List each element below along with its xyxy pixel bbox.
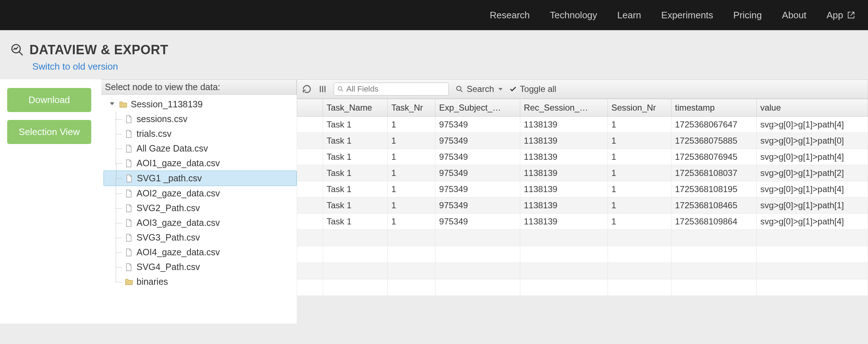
- collapse-icon[interactable]: [110, 102, 114, 107]
- column-header[interactable]: timestamp: [671, 99, 756, 117]
- table-cell: 1: [608, 181, 671, 197]
- column-header[interactable]: Rec_Session_…: [520, 99, 608, 117]
- external-link-icon: [847, 11, 855, 19]
- nav-app[interactable]: App: [827, 10, 855, 21]
- table-cell-empty: [608, 279, 671, 296]
- table-cell: 975349: [435, 133, 520, 149]
- table-row[interactable]: Task 11975349113813911725368076945svg>g[…: [297, 149, 868, 165]
- row-selector-header[interactable]: [297, 99, 323, 117]
- file-icon: [124, 248, 134, 257]
- nav-learn[interactable]: Learn: [617, 10, 641, 21]
- table-row[interactable]: Task 11975349113813911725368108037svg>g[…: [297, 165, 868, 181]
- row-selector-cell[interactable]: [297, 117, 323, 133]
- tree-node[interactable]: AOI2_gaze_data.csv: [103, 186, 297, 201]
- tree-node[interactable]: SVG1 _path.csv: [103, 171, 297, 186]
- table-cell: svg>g[0]>g[1]>path[4]: [757, 214, 868, 230]
- column-header[interactable]: Task_Name: [323, 99, 388, 117]
- tree-node-label: binaries: [137, 276, 168, 287]
- tree-node-label: AOI1_gaze_data.csv: [137, 158, 220, 168]
- tree-node[interactable]: AOI3_gaze_data.csv: [103, 215, 297, 230]
- row-selector-cell[interactable]: [297, 214, 323, 230]
- column-header[interactable]: Task_Nr: [388, 99, 435, 117]
- table-cell: 975349: [435, 117, 520, 133]
- table-cell: Task 1: [323, 149, 388, 165]
- file-icon: [124, 218, 134, 228]
- table-cell-empty: [608, 263, 671, 279]
- table-body: Task 11975349113813911725368067647svg>g[…: [297, 117, 868, 296]
- magnifier-chart-icon: [10, 43, 24, 57]
- table-cell: svg>g[0]>g[1]>path[4]: [757, 181, 868, 197]
- tree-root-node[interactable]: Session_1138139: [103, 97, 297, 112]
- table-cell: svg>g[0]>g[1]>path[1]: [757, 197, 868, 214]
- search-box[interactable]: [334, 83, 449, 96]
- table-cell-empty: [757, 230, 868, 246]
- selection-view-button[interactable]: Selection View: [7, 120, 91, 144]
- nav-about[interactable]: About: [782, 10, 807, 21]
- row-selector-cell[interactable]: [297, 197, 323, 214]
- table-cell: 1138139: [520, 133, 608, 149]
- tree-node[interactable]: All Gaze Data.csv: [103, 141, 297, 156]
- page-title-text: DATAVIEW & EXPORT: [29, 42, 168, 57]
- download-button[interactable]: Download: [7, 88, 91, 112]
- column-header[interactable]: Session_Nr: [608, 99, 671, 117]
- nav-app-label: App: [827, 10, 843, 20]
- grid-toolbar: Search Toggle all: [297, 79, 868, 99]
- table-cell-empty: [671, 246, 756, 263]
- table-cell: Task 1: [323, 197, 388, 214]
- table-cell: 1: [388, 133, 435, 149]
- tree-node[interactable]: sessions.csv: [103, 112, 297, 126]
- table-cell-empty: [520, 230, 608, 246]
- page-title: DATAVIEW & EXPORT: [10, 42, 858, 57]
- row-selector-cell[interactable]: [297, 165, 323, 181]
- column-header[interactable]: Exp_Subject_…: [435, 99, 520, 117]
- file-icon: [124, 262, 134, 272]
- tree-node[interactable]: SVG4_Path.csv: [103, 260, 297, 274]
- tree-node[interactable]: AOI1_gaze_data.csv: [103, 156, 297, 171]
- file-icon: [124, 115, 134, 124]
- nav-pricing[interactable]: Pricing: [733, 10, 762, 21]
- tree-node[interactable]: SVG2_Path.csv: [103, 201, 297, 215]
- table-cell-empty: [520, 246, 608, 263]
- table-cell: 975349: [435, 197, 520, 214]
- table-row[interactable]: Task 11975349113813911725368108465svg>g[…: [297, 197, 868, 214]
- columns-button[interactable]: [318, 84, 327, 94]
- search-input[interactable]: [346, 84, 445, 94]
- row-selector-cell[interactable]: [297, 133, 323, 149]
- toggle-all-button[interactable]: Toggle all: [509, 84, 556, 94]
- table-cell-empty: [435, 279, 520, 296]
- row-selector-cell[interactable]: [297, 181, 323, 197]
- tree-node[interactable]: trials.csv: [103, 126, 297, 141]
- table-cell: 1: [608, 133, 671, 149]
- tree-node-label: AOI3_gaze_data.csv: [137, 218, 220, 228]
- nav-experiments[interactable]: Experiments: [661, 10, 714, 21]
- tree-node[interactable]: AOI4_gaze_data.csv: [103, 245, 297, 260]
- table-cell: 1: [388, 181, 435, 197]
- file-icon: [124, 144, 134, 153]
- tree-node-label: SVG4_Path.csv: [137, 262, 200, 272]
- table-row[interactable]: Task 11975349113813911725368109864svg>g[…: [297, 214, 868, 230]
- table-cell-empty: [757, 279, 868, 296]
- refresh-button[interactable]: [302, 84, 311, 94]
- file-icon: [124, 233, 134, 242]
- tree-node[interactable]: SVG3_Path.csv: [103, 230, 297, 245]
- table-row-empty: [297, 246, 868, 263]
- table-cell: 1138139: [520, 165, 608, 181]
- table-cell-empty: [435, 246, 520, 263]
- table-row[interactable]: Task 11975349113813911725368067647svg>g[…: [297, 117, 868, 133]
- table-cell-empty: [323, 279, 388, 296]
- tree-node[interactable]: binaries: [103, 274, 297, 289]
- row-selector-cell[interactable]: [297, 149, 323, 165]
- table-row[interactable]: Task 11975349113813911725368108195svg>g[…: [297, 181, 868, 197]
- table-cell: svg>g[0]>g[1]>path[4]: [757, 117, 868, 133]
- table-row[interactable]: Task 11975349113813911725368075885svg>g[…: [297, 133, 868, 149]
- table-row-empty: [297, 230, 868, 246]
- search-button[interactable]: Search: [455, 84, 503, 94]
- table-cell: svg>g[0]>g[1]>path[2]: [757, 165, 868, 181]
- nav-research[interactable]: Research: [490, 10, 530, 21]
- nav-technology[interactable]: Technology: [550, 10, 597, 21]
- column-header[interactable]: value: [757, 99, 868, 117]
- table-cell: 1138139: [520, 197, 608, 214]
- table-cell: 1: [388, 149, 435, 165]
- switch-version-link[interactable]: Switch to old version: [32, 61, 118, 72]
- table-cell: 1725368067647: [671, 117, 756, 133]
